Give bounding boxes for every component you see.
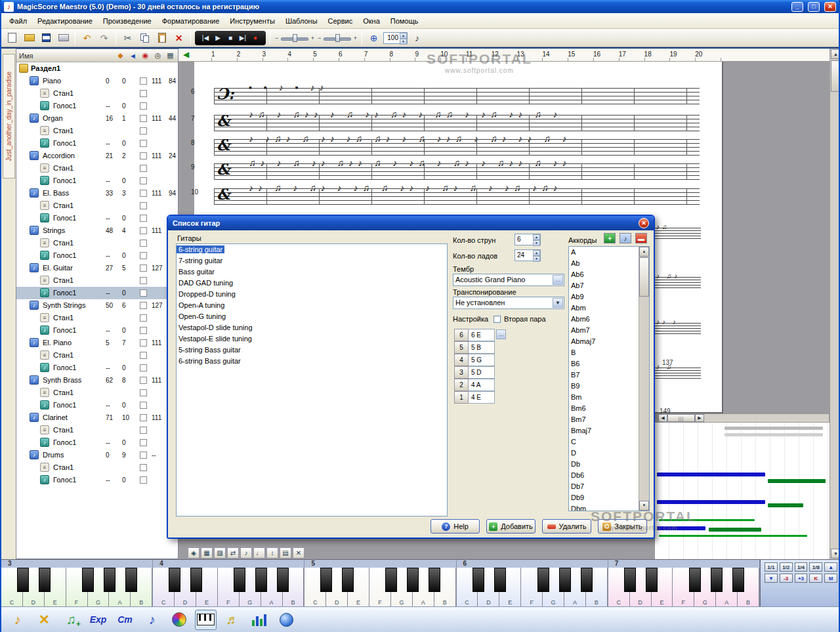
black-key[interactable] xyxy=(407,568,419,592)
keyboard-control-1/2[interactable]: 1/2 xyxy=(780,562,793,572)
chord-item[interactable]: Bmaj7 xyxy=(569,425,639,436)
menu-Инструменты[interactable]: Инструменты xyxy=(224,15,280,27)
range-icon[interactable]: ↕ xyxy=(266,547,278,558)
track-row[interactable]: ≡Стан1 xyxy=(16,125,178,137)
grid-icon[interactable]: ▦ xyxy=(165,51,175,60)
chord-item[interactable]: Abmaj7 xyxy=(569,336,639,347)
chord-item[interactable]: Ab6 xyxy=(569,269,639,280)
track-row[interactable]: ♪Голос1--0 xyxy=(16,362,178,374)
chord-item[interactable]: Ab7 xyxy=(569,280,639,291)
chord-item[interactable]: C xyxy=(569,436,639,448)
black-key[interactable] xyxy=(581,568,593,592)
chord-item[interactable]: Db7 xyxy=(569,481,639,492)
track-row[interactable]: ♪Piano0011184 xyxy=(16,75,178,87)
guitar-item[interactable]: 5-string Bass guitar xyxy=(177,345,447,356)
tuning-edit-button[interactable]: … xyxy=(496,329,506,339)
guitar-item[interactable]: Open-G tuning xyxy=(177,311,447,322)
scroll-thumb[interactable] xyxy=(831,60,840,92)
guitar-listbox[interactable]: 6-string guitar7-string guitarBass guita… xyxy=(176,243,448,516)
track-checkbox[interactable] xyxy=(140,140,147,147)
paste-button[interactable] xyxy=(154,31,169,45)
scroll-up-icon[interactable]: ▲ xyxy=(831,49,840,59)
undo-button[interactable]: ↶ xyxy=(79,31,94,45)
virtual-keyboard-icon[interactable] xyxy=(195,610,217,630)
chord-item[interactable]: A xyxy=(569,247,639,258)
monitor-icon[interactable]: ◎ xyxy=(153,51,163,60)
track-checkbox[interactable] xyxy=(140,264,147,272)
note-down-icon[interactable]: ♩ xyxy=(253,547,265,558)
instrument-icon[interactable]: ♬ xyxy=(222,610,243,630)
layout-icon[interactable]: ▤ xyxy=(280,547,291,558)
tuning-value[interactable]: 4 A xyxy=(469,379,495,391)
keyboard-control-1/8[interactable]: 1/8 xyxy=(809,562,822,572)
scroll-up-icon[interactable]: ▲ xyxy=(639,247,649,257)
volume-slider[interactable]: −+ xyxy=(274,32,315,44)
close-button[interactable]: ✕ xyxy=(824,2,836,12)
track-checkbox[interactable] xyxy=(140,165,147,172)
menu-Окна[interactable]: Окна xyxy=(358,15,385,27)
swap-icon[interactable]: ⇄ xyxy=(227,547,239,558)
delete-button[interactable]: Удалить xyxy=(542,519,591,534)
chord-item[interactable]: Ab xyxy=(569,258,639,269)
track-row[interactable]: ♪Organ16111144 xyxy=(16,112,178,125)
tuning-value[interactable]: 6 E xyxy=(469,329,495,341)
black-key[interactable] xyxy=(711,568,723,592)
dropdown-arrow-icon[interactable]: ▼ xyxy=(553,298,563,308)
add-notes-icon[interactable]: ♫+ xyxy=(60,610,82,630)
chord-item[interactable]: Bm xyxy=(569,392,639,403)
timbre-field[interactable]: Acoustic Grand Piano … xyxy=(453,274,564,286)
track-row[interactable]: ≡Стан1 xyxy=(16,461,178,474)
track-checkbox[interactable] xyxy=(140,464,147,471)
black-key[interactable] xyxy=(494,568,506,592)
track-row[interactable]: ♪El. Bass33311194 xyxy=(16,187,178,200)
track-row[interactable]: ♪Drums09-- xyxy=(16,449,178,461)
track-checkbox[interactable] xyxy=(140,102,147,110)
track-checkbox[interactable] xyxy=(140,190,147,197)
track-checkbox[interactable] xyxy=(140,414,147,421)
track-row[interactable]: ♪Strings484111 xyxy=(16,224,178,237)
note-blue-icon[interactable]: ♪ xyxy=(141,610,163,630)
chord-item[interactable]: B9 xyxy=(569,381,639,392)
track-checkbox[interactable] xyxy=(140,77,147,85)
track-row[interactable]: ≡Стан1 xyxy=(16,274,178,287)
remove-chord-button[interactable]: ▬ xyxy=(635,233,647,243)
track-checkbox[interactable] xyxy=(140,476,147,484)
track-checkbox[interactable] xyxy=(140,152,147,159)
export-icon[interactable]: Exp xyxy=(87,610,109,630)
minimize-button[interactable]: _ xyxy=(791,2,803,12)
slider-thumb[interactable] xyxy=(335,34,340,42)
close-dialog-button[interactable]: ⏻ Закрыть xyxy=(598,519,647,534)
close-panel-icon[interactable]: ✕ xyxy=(293,547,304,558)
help-button[interactable]: ? Help xyxy=(430,519,480,534)
maximize-button[interactable]: □ xyxy=(808,2,820,12)
play-end-button[interactable]: ▶| xyxy=(238,34,248,41)
track-row[interactable]: ≡Стан1 xyxy=(16,200,178,212)
tuning-value[interactable]: 5 G xyxy=(469,354,495,366)
nav-first-icon[interactable]: ◈ xyxy=(188,547,200,558)
guitar-item[interactable]: DAD GAD tuning xyxy=(177,278,447,289)
guitar-item[interactable]: Vestapol-E slide tuning xyxy=(177,333,447,345)
measure-ruler[interactable]: ◀ 1234567891011121314151617181920 xyxy=(178,49,830,62)
black-key[interactable] xyxy=(732,568,744,592)
open-button[interactable] xyxy=(22,31,37,45)
chord-listbox[interactable]: AAbAb6Ab7Ab9AbmAbm6Abm7Abmaj7BB6B7B9BmBm… xyxy=(568,246,650,511)
tracks-name-column-header[interactable]: Имя xyxy=(19,52,113,60)
chord-item[interactable]: D xyxy=(569,448,639,459)
scroll-down-icon[interactable]: ▼ xyxy=(639,501,649,511)
note-entry-button[interactable]: ♪ xyxy=(410,31,425,45)
track-row[interactable]: ≡Стан1 xyxy=(16,312,178,324)
track-checkbox[interactable] xyxy=(140,314,147,322)
chord-item[interactable]: Db6 xyxy=(569,470,639,481)
guitar-item[interactable]: Bass guitar xyxy=(177,266,447,278)
track-row[interactable]: ♪Голос1--0 xyxy=(16,212,178,224)
speaker-icon[interactable]: ◄ xyxy=(128,51,138,60)
black-key[interactable] xyxy=(385,568,397,592)
zoom-spinner[interactable]: ▲▼ xyxy=(400,33,407,43)
guitar-item[interactable]: Open-A tuning xyxy=(177,300,447,311)
black-key[interactable] xyxy=(320,568,332,592)
track-checkbox[interactable] xyxy=(140,427,147,434)
guitar-item[interactable]: 6-string Bass guitar xyxy=(177,356,447,367)
black-key[interactable] xyxy=(277,568,289,592)
black-key[interactable] xyxy=(82,568,94,592)
chord-scrollbar[interactable]: ▲ ▼ xyxy=(639,247,649,511)
